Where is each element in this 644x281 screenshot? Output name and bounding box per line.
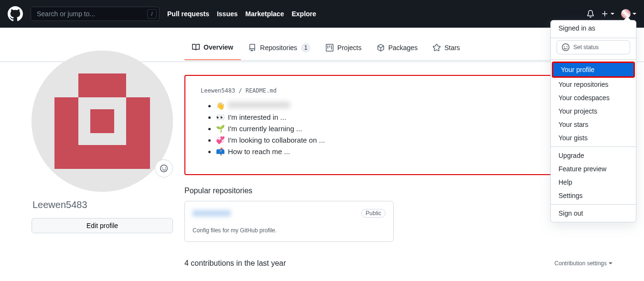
nav-issues[interactable]: Issues (217, 10, 238, 18)
slash-key-hint: / (147, 9, 157, 19)
tab-overview[interactable]: Overview (184, 39, 241, 60)
tab-stars[interactable]: Stars (425, 39, 468, 60)
set-status-button[interactable]: Set status (557, 40, 630, 54)
menu-upgrade[interactable]: Upgrade (551, 149, 636, 162)
repo-name[interactable] (193, 210, 231, 217)
menu-your-projects[interactable]: Your projects (551, 104, 636, 118)
search-box[interactable]: / (31, 7, 160, 21)
search-input[interactable] (31, 7, 160, 21)
svg-rect-4 (90, 109, 114, 133)
profile-avatar[interactable] (32, 51, 173, 192)
tab-packages[interactable]: Packages (369, 39, 425, 60)
readme-item-collab: 💞️I'm looking to collaborate on ... (216, 136, 596, 145)
signed-in-as: Signed in as (551, 21, 636, 36)
profile-sidebar: Leewen5483 Edit profile (32, 28, 173, 268)
menu-your-gists[interactable]: Your gists (551, 131, 636, 145)
header-nav: Pull requests Issues Marketplace Explore (167, 10, 316, 18)
your-profile-highlight: Your profile (552, 62, 635, 78)
edit-profile-button[interactable]: Edit profile (32, 218, 173, 233)
visibility-badge: Public (361, 209, 386, 218)
create-new-dropdown[interactable] (601, 10, 614, 18)
readme-item-interested: 👀I'm interested in ... (216, 113, 596, 122)
tab-projects[interactable]: Projects (318, 39, 369, 60)
profile-status-button[interactable] (155, 159, 173, 177)
tab-repositories-label: Repositories (260, 44, 297, 52)
menu-feature-preview[interactable]: Feature preview (551, 162, 636, 176)
tab-packages-label: Packages (388, 44, 418, 52)
svg-rect-5 (78, 145, 126, 169)
profile-tabs: Overview Repositories 1 Projects Package… (184, 39, 612, 61)
notifications-icon[interactable] (587, 10, 594, 18)
global-header: / Pull requests Issues Marketplace Explo… (0, 0, 644, 28)
repo-card[interactable]: Public Config files for my GitHub profil… (184, 201, 394, 242)
github-logo[interactable] (8, 6, 23, 21)
tab-overview-label: Overview (204, 43, 233, 51)
menu-your-codespaces[interactable]: Your codespaces (551, 91, 636, 104)
user-dropdown-menu: Signed in as Set status Your profile You… (550, 20, 636, 222)
svg-rect-3 (126, 97, 150, 169)
repo-description: Config files for my GitHub profile. (193, 227, 386, 234)
popular-repos-title: Popular repositories (184, 187, 612, 195)
set-status-label: Set status (573, 44, 599, 51)
caret-down-icon (609, 262, 612, 264)
tab-projects-label: Projects (337, 44, 362, 52)
menu-settings[interactable]: Settings (551, 189, 636, 202)
menu-your-stars[interactable]: Your stars (551, 118, 636, 131)
readme-item-hi: 👋 (216, 102, 596, 110)
readme-item-reach: 📫How to reach me ... (216, 147, 596, 156)
profile-username: Leewen5483 (32, 199, 173, 210)
tab-repositories[interactable]: Repositories 1 (241, 39, 318, 60)
svg-rect-1 (78, 73, 126, 97)
contributions-heading: 4 contributions in the last year (184, 259, 286, 268)
contribution-settings-dropdown[interactable]: Contribution settings (555, 260, 612, 267)
readme-path: Leewen5483 / README.md (201, 87, 596, 94)
readme-item-learning: 🌱I'm currently learning ... (216, 125, 596, 133)
menu-your-profile[interactable]: Your profile (553, 63, 633, 76)
nav-marketplace[interactable]: Marketplace (246, 10, 284, 18)
nav-pull-requests[interactable]: Pull requests (167, 10, 209, 18)
menu-help[interactable]: Help (551, 176, 636, 189)
repo-count-badge: 1 (301, 43, 311, 52)
menu-your-repositories[interactable]: Your repositories (551, 78, 636, 91)
svg-rect-2 (54, 97, 78, 169)
menu-sign-out[interactable]: Sign out (551, 207, 636, 220)
tab-stars-label: Stars (444, 44, 460, 52)
nav-explore[interactable]: Explore (291, 10, 316, 18)
profile-readme-box: Leewen5483 / README.md 👋 👀I'm interested… (184, 75, 612, 175)
